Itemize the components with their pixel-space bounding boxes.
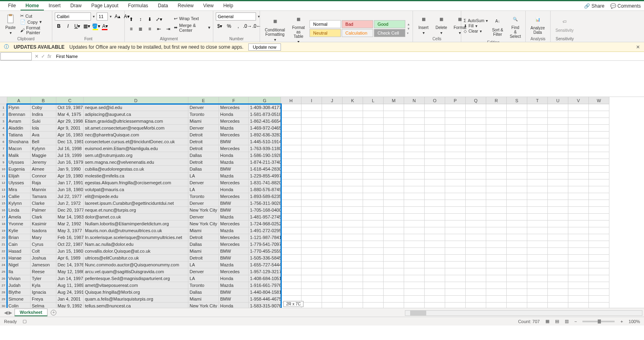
- cell[interactable]: Clark: [31, 214, 56, 220]
- row-header[interactable]: 27: [0, 282, 7, 289]
- cell[interactable]: [507, 132, 527, 138]
- cell[interactable]: 1-874-211-3740: [249, 159, 281, 166]
- row-header[interactable]: 25: [0, 268, 7, 275]
- cell[interactable]: [445, 262, 466, 268]
- cell[interactable]: Simone: [7, 296, 31, 303]
- cell[interactable]: [343, 275, 363, 282]
- cell[interactable]: Miami: [188, 248, 219, 255]
- cell[interactable]: 1-724-968-0252: [249, 220, 281, 227]
- cell[interactable]: Denver: [188, 125, 219, 132]
- cell[interactable]: Miami: [188, 118, 219, 125]
- comma-format-button[interactable]: ,: [234, 22, 242, 30]
- cell[interactable]: Mercedes: [219, 118, 249, 125]
- cell[interactable]: 1-893-589-6235: [249, 193, 281, 200]
- cell[interactable]: [548, 303, 568, 308]
- cell[interactable]: [445, 248, 466, 255]
- cell[interactable]: [301, 145, 322, 152]
- cell[interactable]: [343, 255, 363, 262]
- cell[interactable]: 1-862-431-6654: [249, 118, 281, 125]
- cell[interactable]: [343, 303, 363, 308]
- formula-input[interactable]: [54, 53, 644, 60]
- cell[interactable]: [589, 173, 609, 179]
- wrap-text-button[interactable]: ↩ Wrap Text: [174, 16, 211, 21]
- cell[interactable]: [384, 138, 404, 145]
- cell[interactable]: [425, 104, 445, 111]
- cell[interactable]: [548, 118, 568, 125]
- cell[interactable]: Suki: [31, 118, 56, 125]
- cell[interactable]: Nunc.commodo.auctor@Quisquenonummy.com: [84, 262, 188, 268]
- cell[interactable]: [281, 104, 301, 111]
- cell[interactable]: [322, 166, 343, 173]
- row-header[interactable]: 23: [0, 255, 7, 262]
- cell[interactable]: 1-409-308-4177: [249, 104, 281, 111]
- cell[interactable]: [568, 173, 589, 179]
- cell[interactable]: [445, 145, 466, 152]
- cell[interactable]: Jun 16, 1979: [56, 159, 84, 166]
- cell[interactable]: [589, 282, 609, 289]
- cell[interactable]: [363, 296, 384, 303]
- cell[interactable]: [384, 173, 404, 179]
- cell[interactable]: euismod.enim.Etiam@Namligula.edu: [84, 145, 188, 152]
- cell[interactable]: [384, 234, 404, 241]
- cell[interactable]: [486, 138, 507, 145]
- cell[interactable]: [548, 104, 568, 111]
- cell[interactable]: [568, 118, 589, 125]
- cell[interactable]: [486, 104, 507, 111]
- cell[interactable]: [445, 186, 466, 193]
- row-header[interactable]: 10: [0, 166, 7, 173]
- cell[interactable]: Linda: [7, 207, 31, 214]
- col-header-A[interactable]: A: [7, 97, 31, 104]
- cell[interactable]: Mazda: [219, 282, 249, 289]
- row-header[interactable]: 16: [0, 207, 7, 214]
- cell[interactable]: [363, 111, 384, 118]
- cell[interactable]: sit.amet.consectetuer@nequeMorbi.com: [84, 125, 188, 132]
- cell[interactable]: [384, 104, 404, 111]
- cell[interactable]: [281, 248, 301, 255]
- cell[interactable]: [548, 193, 568, 200]
- cell[interactable]: [343, 193, 363, 200]
- cell[interactable]: [281, 152, 301, 159]
- cell[interactable]: [589, 227, 609, 234]
- cell[interactable]: [425, 227, 445, 234]
- cell[interactable]: [384, 282, 404, 289]
- col-header-L[interactable]: L: [363, 97, 384, 104]
- cell[interactable]: Ulysses: [7, 179, 31, 186]
- cell[interactable]: BMW: [219, 289, 249, 296]
- cell[interactable]: Cain: [7, 241, 31, 248]
- cell[interactable]: Macon: [7, 145, 31, 152]
- row-header[interactable]: 22: [0, 248, 7, 255]
- cell[interactable]: [384, 166, 404, 173]
- merge-center-button[interactable]: ⬌ Merge & Center ▾: [174, 23, 211, 33]
- cell[interactable]: 1-581-873-0518: [249, 111, 281, 118]
- cell[interactable]: [281, 214, 301, 220]
- cell[interactable]: [466, 296, 486, 303]
- cell[interactable]: Detroit: [188, 132, 219, 138]
- cell[interactable]: [548, 111, 568, 118]
- cell[interactable]: Dallas: [188, 289, 219, 296]
- col-header-G[interactable]: G: [249, 97, 281, 104]
- cell[interactable]: [301, 248, 322, 255]
- cell[interactable]: [322, 248, 343, 255]
- cell[interactable]: Mannix: [31, 186, 56, 193]
- cell[interactable]: [527, 145, 548, 152]
- cell[interactable]: [466, 111, 486, 118]
- cell[interactable]: [486, 159, 507, 166]
- cell[interactable]: cubilia@eudoloregestas.co.uk: [84, 166, 188, 173]
- cell[interactable]: [589, 303, 609, 308]
- cell[interactable]: [466, 104, 486, 111]
- cell[interactable]: [445, 111, 466, 118]
- cell[interactable]: Toronto: [188, 282, 219, 289]
- cell[interactable]: [589, 179, 609, 186]
- cell[interactable]: [343, 152, 363, 159]
- cell[interactable]: [425, 125, 445, 132]
- cell[interactable]: [281, 200, 301, 207]
- cell[interactable]: Mercedes: [219, 268, 249, 275]
- cell[interactable]: [301, 138, 322, 145]
- cell[interactable]: [301, 200, 322, 207]
- cell[interactable]: [589, 220, 609, 227]
- cell[interactable]: [343, 138, 363, 145]
- cell[interactable]: [548, 220, 568, 227]
- cell[interactable]: [466, 234, 486, 241]
- paste-button[interactable]: Paste ▾: [2, 12, 19, 36]
- cell[interactable]: [486, 255, 507, 262]
